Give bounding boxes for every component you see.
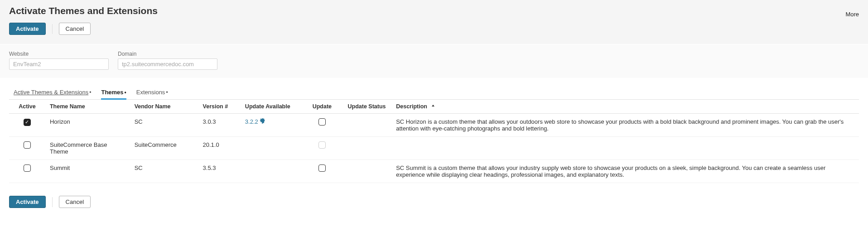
cell-vendor: SuiteCommerce (130, 137, 198, 160)
cell-description: SC Horizon is a custom theme that allows… (391, 114, 859, 137)
website-input[interactable] (9, 58, 109, 70)
cell-theme-name: SuiteCommerce Base Theme (45, 137, 130, 160)
tabs: Active Themes & Extensions• Themes• Exte… (9, 82, 859, 100)
website-field: Website (9, 51, 109, 70)
update-available-link[interactable]: 3.2.2 (245, 118, 265, 125)
filters-panel: Website Domain (0, 44, 868, 78)
cancel-button[interactable]: Cancel (59, 23, 91, 35)
divider (52, 197, 53, 207)
more-link[interactable]: More (845, 11, 859, 18)
cell-update-status (343, 137, 391, 160)
domain-field: Domain (118, 51, 217, 70)
update-checkbox[interactable] (318, 118, 326, 126)
cell-theme-name: Horizon (45, 114, 130, 137)
col-update[interactable]: Update (301, 100, 343, 114)
page-header: Activate Themes and Extensions More Acti… (0, 0, 868, 44)
col-description[interactable]: Description (391, 100, 859, 114)
col-update-status[interactable]: Update Status (343, 100, 391, 114)
table-row: ✓ Horizon SC 3.0.3 3.2.2 (9, 114, 859, 137)
cell-version: 3.5.3 (198, 160, 241, 183)
page-title: Activate Themes and Extensions (9, 5, 158, 16)
update-checkbox (318, 141, 326, 149)
col-theme-name[interactable]: Theme Name (45, 100, 130, 114)
activate-button[interactable]: Activate (9, 196, 46, 208)
update-checkbox[interactable] (318, 164, 326, 172)
domain-label: Domain (118, 51, 217, 57)
divider (52, 24, 53, 34)
tab-extensions[interactable]: Extensions• (136, 89, 168, 98)
cell-version: 3.0.3 (198, 114, 241, 137)
cell-update-status (343, 114, 391, 137)
active-checkbox[interactable] (24, 164, 31, 172)
domain-input[interactable] (118, 58, 217, 70)
table-row: SuiteCommerce Base Theme SuiteCommerce 2… (9, 137, 859, 160)
active-checkbox[interactable]: ✓ (24, 119, 31, 126)
footer-actions: Activate Cancel (0, 191, 868, 217)
tab-themes[interactable]: Themes• (101, 89, 126, 100)
col-vendor[interactable]: Vendor Name (130, 100, 198, 114)
col-version[interactable]: Version # (198, 100, 241, 114)
cell-vendor: SC (130, 160, 198, 183)
cell-update-available (241, 160, 301, 183)
cell-update-available: 3.2.2 (241, 114, 301, 137)
cancel-button[interactable]: Cancel (59, 196, 91, 208)
cell-description: SC Summit is a custom theme that allows … (391, 160, 859, 183)
col-active[interactable]: Active (9, 100, 45, 114)
cell-update-status (343, 160, 391, 183)
cell-theme-name: Summit (45, 160, 130, 183)
activate-button[interactable]: Activate (9, 23, 46, 35)
tab-active-themes-extensions[interactable]: Active Themes & Extensions• (14, 89, 91, 98)
cell-update-available (241, 137, 301, 160)
cell-description (391, 137, 859, 160)
themes-table: Active Theme Name Vendor Name Version # … (9, 100, 859, 183)
sort-ascending-icon (429, 104, 435, 108)
cell-version: 20.1.0 (198, 137, 241, 160)
col-update-available[interactable]: Update Available (241, 100, 301, 114)
website-label: Website (9, 51, 109, 57)
cell-vendor: SC (130, 114, 198, 137)
table-row: Summit SC 3.5.3 SC Summit is a custom th… (9, 160, 859, 183)
active-checkbox[interactable] (24, 141, 31, 149)
gear-icon (260, 118, 265, 125)
